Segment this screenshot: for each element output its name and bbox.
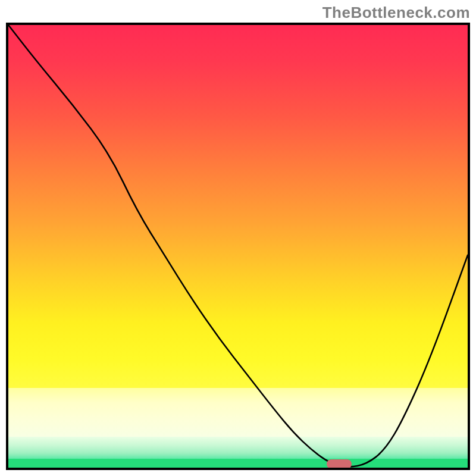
watermark-text: TheBottleneck.com	[322, 4, 470, 22]
chart-container: TheBottleneck.com	[0, 0, 476, 476]
plot-frame	[6, 23, 470, 470]
optimal-marker	[327, 459, 352, 469]
curve-svg	[8, 25, 468, 468]
bottleneck-curve	[8, 25, 468, 466]
plot-area	[8, 25, 468, 468]
